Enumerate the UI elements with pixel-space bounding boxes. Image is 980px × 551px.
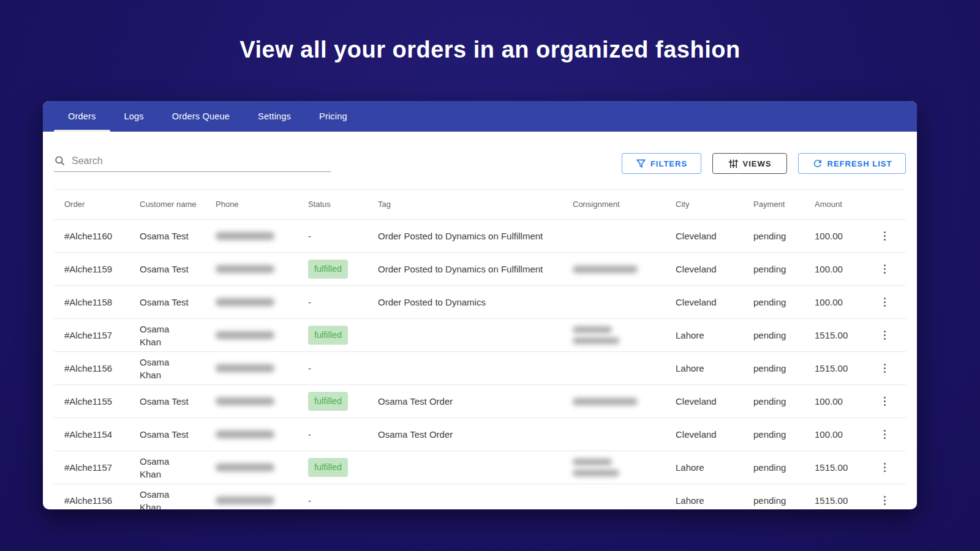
cell-order: #Alche1158: [54, 296, 140, 309]
toolbar-buttons: FILTERS VIEWS: [622, 153, 906, 174]
cell-phone: [216, 232, 308, 240]
cell-phone: [216, 463, 308, 471]
cell-amount: 100.00: [815, 263, 873, 276]
cell-tag: Order Posted to Dynamics on Fulfillment: [378, 263, 573, 276]
toolbar: FILTERS VIEWS: [54, 151, 906, 176]
row-menu-button[interactable]: [873, 294, 897, 311]
cell-tag: Order Posted to Dynamics: [378, 296, 573, 309]
cell-amount: 100.00: [815, 230, 873, 242]
redacted-consignment: [573, 337, 619, 344]
cell-city: Cleveland: [676, 296, 753, 309]
page-title: View all your orders in an organized fas…: [0, 0, 980, 63]
tab-orders[interactable]: Orders: [54, 101, 110, 132]
search-field[interactable]: [54, 155, 331, 172]
redacted-consignment: [573, 470, 619, 476]
redacted-phone: [216, 430, 274, 438]
redacted-consignment: [573, 459, 612, 465]
table-row: #Alche1159Osama TestfulfilledOrder Poste…: [54, 253, 906, 286]
filters-button[interactable]: FILTERS: [622, 153, 701, 174]
cell-phone: [216, 265, 308, 273]
cell-order: #Alche1156: [54, 362, 140, 375]
table-row: #Alche1156Osama Khan-Lahorepending1515.0…: [54, 352, 906, 385]
redacted-phone: [216, 265, 274, 273]
table-row: #Alche1154Osama Test-Osama Test OrderCle…: [54, 418, 906, 451]
table-row: #Alche1160Osama Test-Order Posted to Dyn…: [54, 220, 906, 253]
table-row: #Alche1156Osama Khan-Lahorepending1515.0…: [54, 484, 906, 509]
cell-tag: Osama Test Order: [378, 428, 573, 441]
column-header-phone: Phone: [216, 199, 308, 210]
cell-actions: [873, 492, 905, 509]
cell-city: Cleveland: [676, 428, 753, 441]
cell-customer-name: Osama Test: [140, 395, 216, 408]
cell-payment: pending: [753, 362, 815, 375]
table-header-row: OrderCustomer namePhoneStatusTagConsignm…: [54, 189, 906, 220]
search-input[interactable]: [72, 156, 331, 167]
row-menu-button[interactable]: [873, 261, 897, 278]
cell-amount: 1515.00: [815, 461, 873, 474]
column-header-consignment: Consignment: [573, 199, 676, 210]
row-menu-button[interactable]: [873, 426, 897, 443]
row-menu-button[interactable]: [873, 327, 897, 344]
row-menu-button[interactable]: [873, 492, 897, 509]
cell-order: #Alche1156: [54, 494, 140, 507]
row-menu-button[interactable]: [873, 393, 897, 410]
cell-actions: [873, 228, 905, 245]
cell-status: fulfilled: [308, 260, 378, 278]
cell-actions: [873, 426, 905, 443]
cell-phone: [216, 331, 308, 339]
column-header-customer-name: Customer name: [140, 199, 216, 210]
filters-button-label: FILTERS: [650, 159, 687, 168]
row-menu-button[interactable]: [873, 459, 897, 476]
refresh-list-button[interactable]: REFRESH LIST: [798, 153, 906, 174]
cell-phone: [216, 364, 308, 372]
tab-pricing[interactable]: Pricing: [305, 101, 361, 132]
cell-actions: [873, 294, 905, 311]
cell-consignment: [573, 398, 676, 405]
column-header-order: Order: [54, 199, 140, 210]
cell-consignment: [573, 326, 676, 344]
redacted-consignment: [573, 398, 638, 405]
cell-city: Lahore: [676, 329, 753, 342]
redacted-consignment: [573, 326, 612, 333]
status-badge: fulfilled: [308, 260, 348, 278]
cell-order: #Alche1159: [54, 263, 140, 276]
cell-actions: [873, 360, 905, 377]
table-row: #Alche1158Osama Test-Order Posted to Dyn…: [54, 286, 906, 319]
views-button-label: VIEWS: [743, 159, 772, 168]
cell-phone: [216, 397, 308, 405]
tab-logs[interactable]: Logs: [110, 101, 158, 132]
cell-city: Lahore: [676, 362, 753, 375]
redacted-phone: [216, 463, 274, 471]
orders-table: OrderCustomer namePhoneStatusTagConsignm…: [54, 189, 906, 509]
cell-status: -: [308, 428, 378, 441]
redacted-phone: [216, 497, 274, 504]
views-button[interactable]: VIEWS: [712, 153, 787, 174]
cell-status: fulfilled: [308, 392, 378, 410]
tab-settings[interactable]: Settings: [244, 101, 305, 132]
cell-phone: [216, 497, 308, 504]
cell-customer-name: Osama Test: [140, 428, 216, 441]
cell-amount: 100.00: [815, 395, 873, 408]
cell-status: -: [308, 494, 378, 507]
cell-payment: pending: [753, 494, 815, 507]
column-header-payment: Payment: [753, 199, 815, 210]
cell-phone: [216, 298, 308, 306]
tab-orders-queue[interactable]: Orders Queue: [158, 101, 244, 132]
cell-phone: [216, 430, 308, 438]
cell-customer-name: Osama Khan: [140, 488, 216, 510]
row-menu-button[interactable]: [873, 360, 897, 377]
row-menu-button[interactable]: [873, 228, 897, 245]
cell-actions: [873, 393, 905, 410]
cell-tag: Osama Test Order: [378, 395, 573, 408]
cell-customer-name: Osama Khan: [140, 356, 216, 381]
cell-amount: 1515.00: [815, 362, 873, 375]
cell-city: Cleveland: [676, 395, 753, 408]
cell-amount: 100.00: [815, 296, 873, 309]
cell-amount: 1515.00: [815, 494, 873, 507]
cell-amount: 1515.00: [815, 329, 873, 342]
cell-city: Cleveland: [676, 230, 753, 242]
cell-actions: [873, 261, 905, 278]
cell-payment: pending: [753, 428, 815, 441]
cell-payment: pending: [753, 329, 815, 342]
cell-status: -: [308, 362, 378, 375]
